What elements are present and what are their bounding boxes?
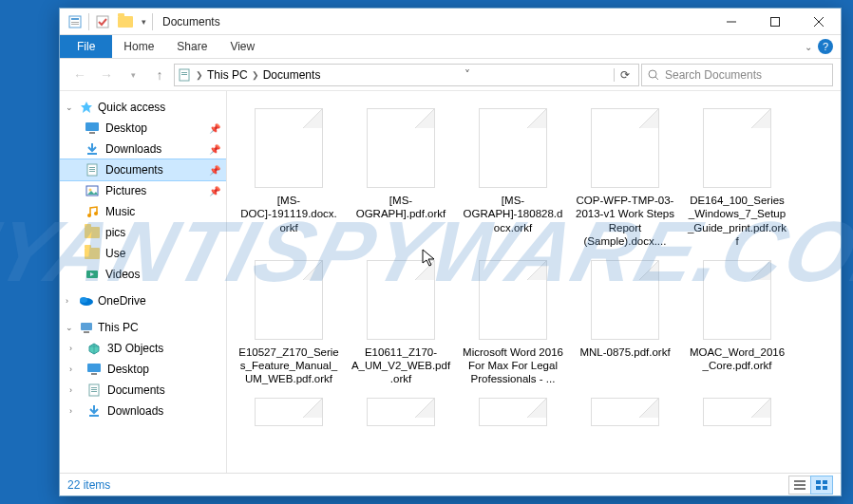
svg-point-12: [649, 70, 656, 78]
tab-home[interactable]: Home: [112, 35, 165, 58]
chevron-right-icon[interactable]: ›: [66, 296, 75, 306]
pin-icon: 📌: [209, 165, 220, 176]
minimize-button[interactable]: [710, 9, 753, 35]
sidebar-item-use[interactable]: Use: [60, 243, 226, 264]
chevron-down-icon[interactable]: ⌄: [66, 103, 75, 112]
pc-icon: [79, 320, 94, 335]
file-thumbnail-icon: [703, 108, 771, 188]
file-item[interactable]: [235, 394, 343, 436]
file-pane[interactable]: [MS-DOC]-191119.docx.orkf[MS-OGRAPH].pdf…: [227, 91, 841, 473]
chevron-right-icon[interactable]: ❯: [196, 70, 203, 80]
svg-rect-39: [794, 480, 806, 482]
file-item[interactable]: DE164_100_Series_Windows_7_Setup_Guide_p…: [683, 104, 791, 252]
sidebar-item-documents[interactable]: Documents📌: [60, 159, 226, 180]
file-thumbnail-icon: [591, 260, 659, 340]
sidebar-item-downloads[interactable]: Downloads📌: [60, 139, 226, 159]
chevron-down-icon[interactable]: ⌄: [66, 323, 75, 332]
sidebar-item-pictures[interactable]: Pictures📌: [60, 180, 226, 201]
tab-view[interactable]: View: [218, 35, 266, 58]
file-item[interactable]: E10527_Z170_Series_Feature_Manual_UM_WEB…: [235, 256, 343, 390]
chevron-right-icon[interactable]: ❯: [252, 70, 259, 80]
sidebar-item-desktop[interactable]: Desktop📌: [60, 118, 226, 139]
help-icon[interactable]: ?: [818, 39, 833, 54]
file-item[interactable]: [459, 394, 567, 436]
svg-rect-41: [794, 488, 806, 490]
file-item[interactable]: Microsoft Word 2016 For Max For Legal Pr…: [459, 256, 567, 390]
file-item[interactable]: [347, 394, 455, 436]
file-item[interactable]: COP-WFP-TMP-03-2013-v1 Work Steps Report…: [571, 104, 679, 252]
qat-dropdown-icon[interactable]: ▾: [137, 10, 150, 33]
file-item[interactable]: MOAC_Word_2016_Core.pdf.orkf: [683, 256, 791, 390]
onedrive-icon: [79, 293, 94, 308]
close-button[interactable]: [797, 9, 841, 35]
forward-button[interactable]: →: [94, 63, 119, 87]
file-item[interactable]: E10611_Z170-A_UM_V2_WEB.pdf.orkf: [347, 256, 455, 390]
file-item[interactable]: [683, 394, 791, 436]
nav-onedrive[interactable]: › OneDrive: [60, 290, 226, 311]
sidebar-item-documents[interactable]: ›Documents: [60, 380, 226, 401]
nav-quick-access[interactable]: ⌄ Quick access: [60, 97, 226, 118]
svg-rect-20: [89, 169, 95, 170]
chevron-right-icon[interactable]: ›: [69, 385, 79, 395]
chevron-right-icon[interactable]: ›: [69, 364, 79, 374]
svg-rect-44: [816, 486, 821, 490]
file-tab[interactable]: File: [60, 35, 112, 58]
file-name: MNL-0875.pdf.orkf: [579, 345, 670, 359]
back-button[interactable]: ←: [67, 63, 92, 87]
folder-qat-icon[interactable]: [114, 10, 137, 33]
breadcrumb-root[interactable]: This PC: [207, 68, 248, 82]
breadcrumb[interactable]: ❯ This PC ❯ Documents ˅ ⟳: [174, 64, 639, 86]
ribbon-collapse-icon[interactable]: ⌄: [805, 42, 812, 52]
chevron-right-icon[interactable]: ›: [69, 406, 79, 416]
recent-locations-button[interactable]: ▾: [121, 63, 145, 87]
properties-qat-icon[interactable]: [64, 10, 86, 33]
status-bar: 22 items: [60, 473, 841, 495]
file-thumbnail-icon: [367, 398, 435, 426]
file-thumbnail-icon: [591, 108, 659, 188]
sidebar-item-desktop[interactable]: ›Desktop: [60, 359, 226, 380]
address-bar: ← → ▾ ↑ ❯ This PC ❯ Documents ˅ ⟳ Search…: [60, 59, 841, 91]
maximize-button[interactable]: [753, 9, 797, 35]
file-item[interactable]: [MS-DOC]-191119.docx.orkf: [235, 104, 343, 252]
checkbox-qat-icon[interactable]: [91, 10, 114, 33]
sidebar-item-pics[interactable]: pics: [60, 222, 226, 243]
qat-separator: [152, 13, 153, 30]
search-icon: [648, 69, 659, 81]
file-name: DE164_100_Series_Windows_7_Setup_Guide_p…: [687, 194, 787, 249]
music-icon: [85, 204, 100, 219]
pin-icon: 📌: [209, 186, 220, 196]
svg-rect-37: [91, 391, 97, 392]
nav-this-pc[interactable]: ⌄ This PC: [60, 317, 226, 338]
address-dropdown-icon[interactable]: ˅: [456, 68, 479, 82]
pin-icon: 📌: [209, 123, 220, 134]
sidebar-item-music[interactable]: Music: [60, 201, 226, 222]
file-item[interactable]: MNL-0875.pdf.orkf: [571, 256, 679, 390]
file-name: [MS-OGRAPH].pdf.orkf: [351, 194, 451, 221]
sidebar-item-3d-objects[interactable]: ›3D Objects: [60, 338, 226, 359]
file-thumbnail-icon: [703, 398, 771, 426]
file-item[interactable]: [MS-OGRAPH]-180828.docx.orkf: [459, 104, 567, 252]
downloads-icon: [85, 141, 100, 157]
documents-icon: [177, 67, 192, 83]
svg-rect-2: [71, 22, 79, 23]
file-thumbnail-icon: [255, 260, 323, 340]
sidebar-item-downloads[interactable]: ›Downloads: [60, 401, 226, 421]
tab-share[interactable]: Share: [165, 35, 218, 58]
refresh-icon[interactable]: ⟳: [614, 68, 636, 82]
svg-rect-15: [85, 122, 99, 131]
chevron-right-icon[interactable]: ›: [69, 344, 79, 353]
file-item[interactable]: [MS-OGRAPH].pdf.orkf: [347, 104, 455, 252]
file-item[interactable]: [571, 394, 679, 436]
breadcrumb-current[interactable]: Documents: [263, 68, 321, 82]
3d-icon: [86, 341, 102, 356]
file-thumbnail-icon: [367, 260, 435, 340]
sidebar-item-label: Videos: [105, 268, 140, 281]
up-button[interactable]: ↑: [147, 63, 172, 87]
icons-view-button[interactable]: [810, 476, 833, 495]
search-input[interactable]: Search Documents: [641, 64, 833, 86]
file-grid: [MS-DOC]-191119.docx.orkf[MS-OGRAPH].pdf…: [235, 104, 833, 436]
sidebar-item-videos[interactable]: Videos: [60, 264, 226, 285]
svg-rect-35: [91, 387, 97, 388]
details-view-button[interactable]: [788, 476, 811, 495]
file-thumbnail-icon: [591, 398, 659, 426]
